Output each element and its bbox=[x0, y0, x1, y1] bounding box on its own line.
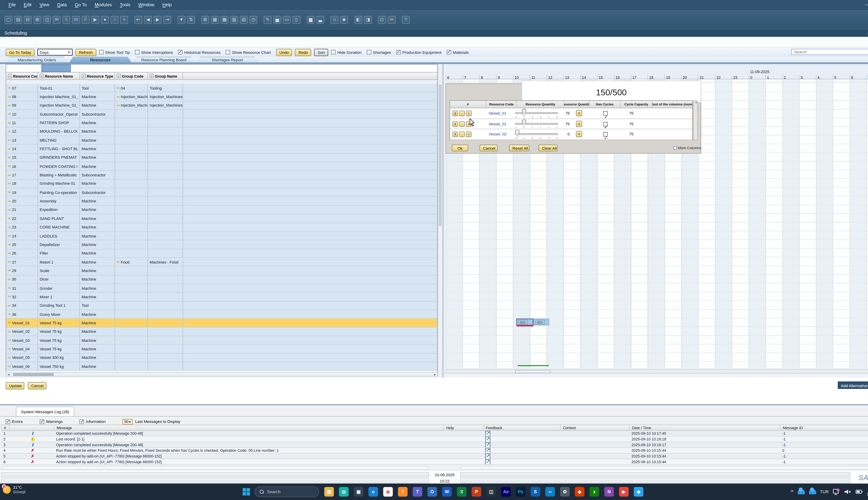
scrollbar-thumb[interactable] bbox=[515, 370, 550, 373]
message-count-select[interactable]: 50 ▼ bbox=[123, 419, 133, 424]
row-increase-button[interactable]: + bbox=[466, 111, 472, 116]
update-button[interactable]: Update bbox=[6, 382, 24, 389]
language-indicator[interactable]: TUR bbox=[820, 489, 829, 494]
row-delete-button[interactable]: X bbox=[453, 111, 458, 116]
link-arrow-icon[interactable]: ➡ bbox=[8, 147, 11, 151]
option-checkbox-materials[interactable] bbox=[446, 50, 451, 54]
app-icon-06[interactable]: f bbox=[398, 487, 408, 497]
message-row[interactable]: 5✗Action stopped by add-on (UI_API -7780… bbox=[1, 454, 868, 459]
feedback-icon[interactable] bbox=[485, 442, 490, 447]
increase-quantity-button[interactable]: + bbox=[576, 121, 582, 127]
link-arrow-icon[interactable]: ➡ bbox=[117, 86, 119, 90]
filter-checkbox-warnings[interactable] bbox=[40, 419, 44, 424]
app-icon-20[interactable]: N bbox=[604, 487, 614, 497]
filter-checkbox-errors[interactable] bbox=[6, 419, 10, 424]
resource-row[interactable]: ➡10Subcontractor_OperatSubcontractor bbox=[6, 110, 437, 119]
quantity-slider[interactable] bbox=[515, 119, 558, 129]
slider-thumb[interactable] bbox=[522, 120, 526, 126]
resource-row[interactable]: ➡09Injection Machine_02_Machine➡Injectio… bbox=[6, 101, 437, 110]
resource-row[interactable]: ➡07Tool-01Tool➡04Tooling bbox=[6, 84, 437, 92]
resource-row[interactable]: ➡23CORE MACHINEMachine bbox=[6, 223, 437, 232]
scroll-left-icon[interactable]: ◀ bbox=[6, 373, 10, 376]
scrollbar-thumb[interactable] bbox=[439, 84, 442, 226]
help-icon[interactable]: ? bbox=[402, 16, 410, 24]
export-word-icon[interactable]: W bbox=[72, 16, 80, 24]
slider-thumb[interactable] bbox=[522, 109, 526, 116]
feedback-icon[interactable] bbox=[485, 459, 490, 464]
link-arrow-icon[interactable]: ➡ bbox=[8, 295, 11, 298]
link-arrow-icon[interactable]: ➡ bbox=[8, 339, 11, 342]
tray-expand-icon[interactable]: ^ bbox=[791, 489, 793, 494]
columns-icon[interactable]: ▥ bbox=[230, 16, 238, 24]
link-arrow-icon[interactable]: ➡ bbox=[8, 86, 11, 90]
add-alternative-resource-button[interactable]: Add Alternative Res... bbox=[838, 382, 868, 389]
app-icon-12[interactable]: ◫ bbox=[487, 487, 496, 497]
onedrive-icon[interactable] bbox=[809, 489, 816, 494]
minimize-icon[interactable] bbox=[865, 2, 868, 8]
link-arrow-icon[interactable]: ➡ bbox=[8, 252, 11, 255]
file-new-icon[interactable]: ▢ bbox=[4, 16, 12, 24]
annotate-icon[interactable]: ✏ bbox=[388, 16, 396, 24]
link-arrow-icon[interactable]: ➡ bbox=[8, 121, 11, 124]
link-arrow-icon[interactable]: ➡ bbox=[8, 191, 11, 194]
resource-row[interactable]: ➡Vessel_01Vessel 75 kgMachine bbox=[6, 319, 437, 327]
link-arrow-icon[interactable]: ➡ bbox=[117, 104, 119, 107]
app-icon-07[interactable]: T bbox=[413, 487, 422, 497]
app-icon-18[interactable]: ◆ bbox=[575, 487, 584, 497]
app-icon-01[interactable]: ▤ bbox=[324, 487, 334, 497]
link-arrow-icon[interactable]: ➡ bbox=[8, 199, 11, 203]
link-arrow-icon[interactable]: ➡ bbox=[8, 243, 11, 246]
table-horizontal-scrollbar[interactable]: ◀ ▶ bbox=[6, 372, 438, 376]
message-row[interactable]: 1ℹOperation completed successfully [Mess… bbox=[1, 431, 868, 436]
battery-icon[interactable] bbox=[855, 488, 863, 495]
link-arrow-icon[interactable]: ➡ bbox=[8, 208, 11, 212]
resource-row[interactable]: ➡Vessel_02Vessel 75 kgMachine bbox=[6, 327, 437, 336]
filter-icon[interactable]: ▼ bbox=[178, 16, 185, 24]
link-arrow-icon[interactable]: ➡ bbox=[8, 104, 11, 107]
onedrive-icon[interactable] bbox=[797, 489, 804, 494]
tab-system-messages-log[interactable]: System Messages Log (28) bbox=[16, 407, 74, 416]
tab-shortages-report[interactable]: Shortages Report bbox=[196, 57, 259, 62]
resource-row[interactable]: ➡21ExpeditionMachine bbox=[6, 206, 437, 214]
link-arrow-icon[interactable]: ➡ bbox=[8, 277, 11, 281]
scroll-up-icon[interactable]: ▲ bbox=[694, 101, 697, 104]
filter-icon[interactable]: ▼ bbox=[8, 73, 12, 78]
link-arrow-icon[interactable]: ➡ bbox=[117, 95, 119, 99]
resource-row[interactable]: ➡30DicerMachine bbox=[6, 275, 437, 284]
sort-button[interactable]: Sort bbox=[314, 48, 328, 56]
app-icon-14[interactable]: Ps bbox=[516, 487, 525, 497]
link-arrow-icon[interactable]: ➡ bbox=[8, 347, 11, 351]
go-to-today-button[interactable]: Go To Today bbox=[6, 48, 35, 56]
scroll-right-icon[interactable]: ▶ bbox=[433, 373, 437, 376]
link-arrow-icon[interactable]: ➡ bbox=[8, 173, 11, 177]
user-icon[interactable]: ☺ bbox=[331, 16, 339, 24]
form-settings-icon[interactable]: ⊞ bbox=[201, 16, 209, 24]
layout-left-icon[interactable]: ◧ bbox=[354, 16, 362, 24]
link-arrow-icon[interactable]: ➡ bbox=[8, 260, 11, 264]
increase-quantity-button[interactable]: + bbox=[576, 131, 582, 137]
email-icon[interactable]: ✉ bbox=[53, 16, 61, 24]
resource-row[interactable]: ➡17Blasting + MetallizaticSubcontractor bbox=[6, 171, 437, 180]
row-decrease-button[interactable]: - bbox=[459, 121, 465, 127]
column-header-group-name[interactable]: ▼Group Name bbox=[148, 72, 183, 79]
resource-row[interactable]: ➡32Mixer 1Machine bbox=[6, 293, 437, 302]
resource-row[interactable]: ➡15GRINDERS PNEMATMachine bbox=[6, 154, 437, 162]
resource-row[interactable]: ➡Vessel_06Vessel 750 kgMachine bbox=[6, 362, 437, 371]
redo-button[interactable]: Redo bbox=[295, 48, 311, 56]
pane-splitter[interactable] bbox=[442, 64, 444, 378]
app-icon-19[interactable]: x bbox=[590, 487, 599, 497]
link-arrow-icon[interactable]: ➡ bbox=[8, 356, 11, 359]
option-checkbox-show-resource-chart[interactable] bbox=[226, 50, 230, 54]
resource-row[interactable]: ➡31GrinderMachine bbox=[6, 284, 437, 293]
gantt-bar[interactable]: 421 bbox=[534, 319, 549, 325]
table-view-icon[interactable]: ▦ bbox=[211, 16, 219, 24]
dialog-cancel-button[interactable]: Cancel bbox=[479, 145, 498, 151]
link-arrow-icon[interactable]: ➡ bbox=[8, 312, 11, 316]
previous-record-icon[interactable]: ◀ bbox=[144, 16, 152, 24]
weather-widget[interactable]: 2 21°C Güneşli bbox=[3, 485, 25, 494]
tab-manufacturing-orders[interactable]: Manufacturing Orders bbox=[6, 57, 68, 62]
report-icon[interactable]: ▯ bbox=[293, 16, 300, 24]
filter-checkbox-information[interactable] bbox=[80, 419, 84, 424]
app-icon-13[interactable]: Ae bbox=[501, 487, 511, 497]
screen-share-icon[interactable]: ⊡ bbox=[378, 16, 386, 24]
